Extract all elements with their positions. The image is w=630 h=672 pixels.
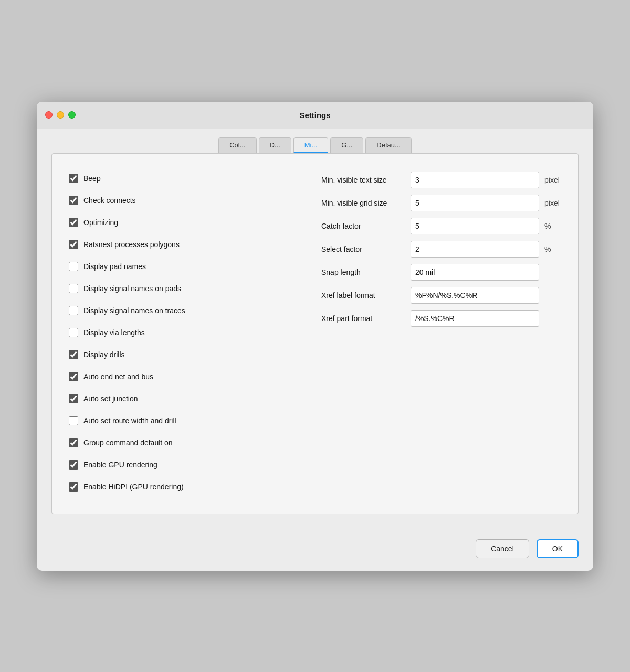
checkbox-row-display-via-lengths: Display via lengths [69,323,309,343]
field-row-min-visible-text: Min. visible text size pixel [321,168,561,191]
checkboxes-column: Beep Check connects Optimizing Ratsnest … [69,168,309,497]
catch-factor-label: Catch factor [321,222,405,230]
checkbox-row-enable-gpu: Enable GPU rendering [69,455,309,475]
ratsnest-label: Ratsnest processes polygons [83,240,180,249]
field-row-xref-label-format: Xref label format [321,284,561,307]
tab-mi[interactable]: Mi... [293,137,329,153]
window-title: Settings [299,111,330,120]
auto-set-route-label: Auto set route width and drill [83,417,176,425]
display-signal-pads-checkbox[interactable] [69,284,78,293]
bottom-bar: Cancel OK [37,529,593,571]
enable-gpu-checkbox[interactable] [69,460,78,470]
field-row-select-factor: Select factor % [321,238,561,261]
beep-label: Beep [83,174,101,183]
group-command-label: Group command default on [83,439,173,447]
auto-set-junction-label: Auto set junction [83,394,138,403]
display-signal-traces-label: Display signal names on traces [83,306,185,315]
auto-set-junction-checkbox[interactable] [69,394,78,403]
checkbox-row-auto-end-net: Auto end net and bus [69,367,309,387]
xref-part-format-label: Xref part format [321,314,405,323]
min-visible-grid-unit: pixel [544,199,561,207]
display-pad-names-label: Display pad names [83,262,146,271]
enable-hidpi-checkbox[interactable] [69,482,78,492]
auto-end-net-label: Auto end net and bus [83,372,153,381]
auto-set-route-checkbox[interactable] [69,416,78,425]
xref-label-format-label: Xref label format [321,291,405,300]
display-drills-checkbox[interactable] [69,350,78,359]
tab-defau[interactable]: Defau... [365,137,412,153]
checkbox-row-display-drills: Display drills [69,345,309,365]
xref-part-format-input[interactable] [411,310,539,327]
check-connects-label: Check connects [83,196,136,205]
xref-label-format-input[interactable] [411,287,539,304]
ok-button[interactable]: OK [537,539,579,558]
fields-column: Min. visible text size pixel Min. visibl… [321,168,561,497]
settings-grid: Beep Check connects Optimizing Ratsnest … [69,168,561,497]
checkbox-row-auto-set-route: Auto set route width and drill [69,411,309,431]
min-visible-text-unit: pixel [544,176,561,184]
optimizing-checkbox[interactable] [69,218,78,227]
display-signal-traces-checkbox[interactable] [69,306,78,315]
auto-end-net-checkbox[interactable] [69,372,78,381]
enable-hidpi-label: Enable HiDPI (GPU rendering) [83,483,184,491]
optimizing-label: Optimizing [83,218,118,227]
field-row-snap-length: Snap length [321,261,561,284]
traffic-lights [45,111,76,119]
checkbox-row-display-signal-pads: Display signal names on pads [69,279,309,298]
select-factor-label: Select factor [321,245,405,253]
tabs-bar: Col... D... Mi... G... Defau... [37,129,593,153]
checkbox-row-group-command: Group command default on [69,433,309,453]
group-command-checkbox[interactable] [69,438,78,447]
min-visible-text-input[interactable] [411,172,539,188]
checkbox-row-ratsnest: Ratsnest processes polygons [69,234,309,254]
field-row-min-visible-grid: Min. visible grid size pixel [321,191,561,215]
enable-gpu-label: Enable GPU rendering [83,461,158,469]
checkbox-row-display-signal-traces: Display signal names on traces [69,301,309,321]
select-factor-input[interactable] [411,241,539,258]
snap-length-input[interactable] [411,264,539,281]
display-via-lengths-checkbox[interactable] [69,328,78,337]
min-visible-text-label: Min. visible text size [321,176,405,184]
field-row-xref-part-format: Xref part format [321,307,561,330]
field-row-catch-factor: Catch factor % [321,215,561,238]
checkbox-row-auto-set-junction: Auto set junction [69,389,309,409]
minimize-button[interactable] [57,111,64,119]
display-pad-names-checkbox[interactable] [69,262,78,271]
select-factor-unit: % [544,245,561,253]
snap-length-label: Snap length [321,268,405,276]
checkbox-row-display-pad-names: Display pad names [69,257,309,276]
ratsnest-checkbox[interactable] [69,240,78,249]
min-visible-grid-label: Min. visible grid size [321,199,405,207]
titlebar: Settings [37,102,593,129]
beep-checkbox[interactable] [69,174,78,183]
tab-col[interactable]: Col... [218,137,256,153]
display-drills-label: Display drills [83,350,125,359]
close-button[interactable] [45,111,52,119]
min-visible-grid-input[interactable] [411,195,539,211]
maximize-button[interactable] [68,111,76,119]
display-signal-pads-label: Display signal names on pads [83,284,181,293]
settings-window: Settings Col... D... Mi... G... Defau...… [37,102,593,571]
check-connects-checkbox[interactable] [69,196,78,205]
checkbox-row-optimizing: Optimizing [69,212,309,232]
catch-factor-unit: % [544,222,561,230]
cancel-button[interactable]: Cancel [476,539,529,558]
checkbox-row-check-connects: Check connects [69,190,309,210]
tab-d[interactable]: D... [259,137,291,153]
display-via-lengths-label: Display via lengths [83,328,145,337]
catch-factor-input[interactable] [411,218,539,234]
tab-g[interactable]: G... [330,137,363,153]
checkbox-row-enable-hidpi: Enable HiDPI (GPU rendering) [69,477,309,497]
content-area: Beep Check connects Optimizing Ratsnest … [51,153,579,514]
checkbox-row-beep: Beep [69,168,309,188]
